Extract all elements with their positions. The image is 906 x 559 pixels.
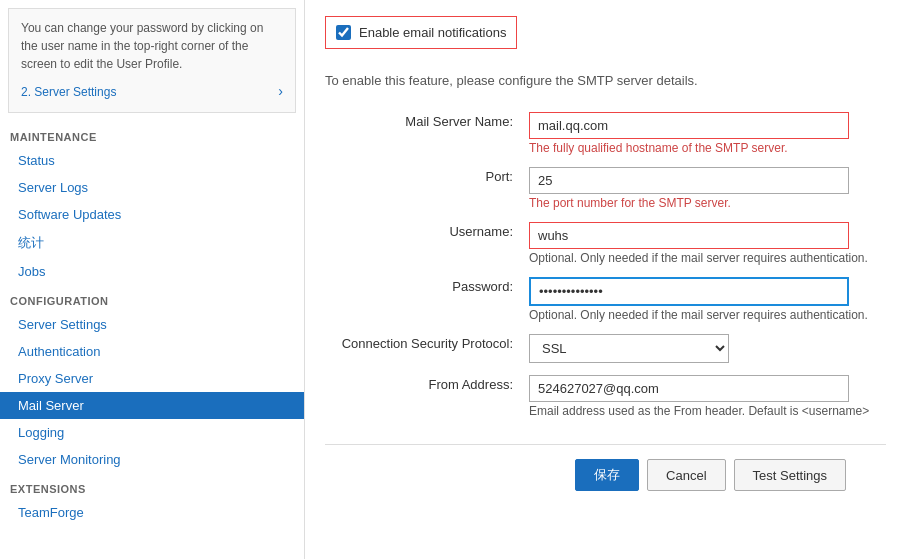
field-row-connection-security: Connection Security Protocol: None SSL T… bbox=[325, 328, 886, 369]
step-link[interactable]: 2. Server Settings › bbox=[21, 81, 283, 102]
sidebar-item-jobs[interactable]: Jobs bbox=[0, 258, 304, 285]
label-username: Username: bbox=[325, 216, 525, 271]
label-from-address: From Address: bbox=[325, 369, 525, 424]
hint-from-address: Email address used as the From header. D… bbox=[529, 404, 882, 418]
sidebar-item-server-settings[interactable]: Server Settings bbox=[0, 311, 304, 338]
sidebar-item-logging[interactable]: Logging bbox=[0, 419, 304, 446]
field-row-from-address: From Address: Email address used as the … bbox=[325, 369, 886, 424]
sidebar-item-authentication[interactable]: Authentication bbox=[0, 338, 304, 365]
mail-server-name-input[interactable] bbox=[529, 112, 849, 139]
label-mail-server-name: Mail Server Name: bbox=[325, 106, 525, 161]
sidebar: You can change your password by clicking… bbox=[0, 0, 305, 559]
field-row-mail-server-name: Mail Server Name: The fully qualified ho… bbox=[325, 106, 886, 161]
hint-mail-server-name: The fully qualified hostname of the SMTP… bbox=[529, 141, 882, 155]
port-input[interactable] bbox=[529, 167, 849, 194]
save-button[interactable]: 保存 bbox=[575, 459, 639, 491]
enable-email-notifications-row: Enable email notifications bbox=[325, 16, 517, 49]
input-cell-mail-server-name: The fully qualified hostname of the SMTP… bbox=[525, 106, 886, 161]
info-text: You can change your password by clicking… bbox=[21, 21, 263, 71]
hint-password: Optional. Only needed if the mail server… bbox=[529, 308, 882, 322]
section-label-configuration: CONFIGURATION bbox=[0, 285, 304, 311]
sidebar-item-mail-server[interactable]: Mail Server bbox=[0, 392, 304, 419]
sidebar-item-proxy-server[interactable]: Proxy Server bbox=[0, 365, 304, 392]
sidebar-item-server-monitoring[interactable]: Server Monitoring bbox=[0, 446, 304, 473]
label-connection-security: Connection Security Protocol: bbox=[325, 328, 525, 369]
enable-email-checkbox[interactable] bbox=[336, 25, 351, 40]
sidebar-item-server-logs[interactable]: Server Logs bbox=[0, 174, 304, 201]
field-row-username: Username: Optional. Only needed if the m… bbox=[325, 216, 886, 271]
password-input[interactable] bbox=[529, 277, 849, 306]
input-cell-connection-security: None SSL TLS STARTTLS bbox=[525, 328, 886, 369]
input-cell-port: The port number for the SMTP server. bbox=[525, 161, 886, 216]
section-label-maintenance: MAINTENANCE bbox=[0, 121, 304, 147]
section-label-extensions: EXTENSIONS bbox=[0, 473, 304, 499]
label-port: Port: bbox=[325, 161, 525, 216]
sidebar-item-teamforge[interactable]: TeamForge bbox=[0, 499, 304, 526]
test-settings-button[interactable]: Test Settings bbox=[734, 459, 846, 491]
enable-email-label[interactable]: Enable email notifications bbox=[359, 25, 506, 40]
username-input[interactable] bbox=[529, 222, 849, 249]
main-content: Enable email notifications To enable thi… bbox=[305, 0, 906, 559]
connection-security-select[interactable]: None SSL TLS STARTTLS bbox=[529, 334, 729, 363]
sidebar-item-status[interactable]: Status bbox=[0, 147, 304, 174]
input-cell-from-address: Email address used as the From header. D… bbox=[525, 369, 886, 424]
from-address-input[interactable] bbox=[529, 375, 849, 402]
sidebar-item-stats[interactable]: 统计 bbox=[0, 228, 304, 258]
label-password: Password: bbox=[325, 271, 525, 328]
info-box: You can change your password by clicking… bbox=[8, 8, 296, 113]
cancel-button[interactable]: Cancel bbox=[647, 459, 725, 491]
button-row: 保存 Cancel Test Settings bbox=[325, 444, 886, 491]
hint-port: The port number for the SMTP server. bbox=[529, 196, 882, 210]
input-cell-password: Optional. Only needed if the mail server… bbox=[525, 271, 886, 328]
mail-server-form: Mail Server Name: The fully qualified ho… bbox=[325, 106, 886, 424]
sidebar-item-software-updates[interactable]: Software Updates bbox=[0, 201, 304, 228]
step-link-label[interactable]: 2. Server Settings bbox=[21, 83, 116, 101]
field-row-port: Port: The port number for the SMTP serve… bbox=[325, 161, 886, 216]
smtp-description: To enable this feature, please configure… bbox=[325, 73, 886, 88]
field-row-password: Password: Optional. Only needed if the m… bbox=[325, 271, 886, 328]
hint-username: Optional. Only needed if the mail server… bbox=[529, 251, 882, 265]
input-cell-username: Optional. Only needed if the mail server… bbox=[525, 216, 886, 271]
arrow-icon: › bbox=[278, 81, 283, 102]
